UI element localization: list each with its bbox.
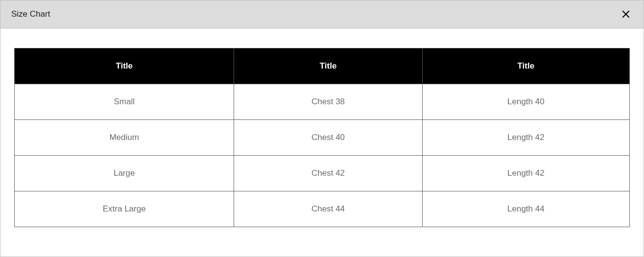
table-row: Extra Large Chest 44 Length 44	[15, 191, 630, 227]
table-cell: Large	[15, 156, 234, 191]
modal-header: Size Chart	[0, 0, 644, 28]
close-icon	[621, 9, 631, 19]
table-cell: Length 42	[422, 120, 629, 156]
table-row: Medium Chest 40 Length 42	[15, 120, 630, 156]
table-header: Title	[234, 48, 422, 84]
table-cell: Chest 44	[234, 191, 422, 227]
table-row: Small Chest 38 Length 40	[15, 84, 630, 120]
table-cell: Length 42	[422, 156, 629, 191]
table-cell: Chest 40	[234, 120, 422, 156]
modal-body: Title Title Title Small Chest 38 Length …	[0, 28, 644, 257]
table-cell: Small	[15, 84, 234, 120]
table-row: Large Chest 42 Length 42	[15, 156, 630, 191]
table-cell: Length 44	[422, 191, 629, 227]
table-header-row: Title Title Title	[15, 48, 630, 84]
modal-title: Size Chart	[11, 9, 50, 19]
table-cell: Length 40	[422, 84, 629, 120]
table-header: Title	[422, 48, 629, 84]
table-header: Title	[15, 48, 234, 84]
table-cell: Chest 42	[234, 156, 422, 191]
size-chart-modal: Size Chart Title Title Title Small Chest…	[0, 0, 644, 257]
table-cell: Chest 38	[234, 84, 422, 120]
table-cell: Extra Large	[15, 191, 234, 227]
table-cell: Medium	[15, 120, 234, 156]
close-button[interactable]	[619, 7, 633, 21]
size-chart-table: Title Title Title Small Chest 38 Length …	[14, 48, 630, 227]
